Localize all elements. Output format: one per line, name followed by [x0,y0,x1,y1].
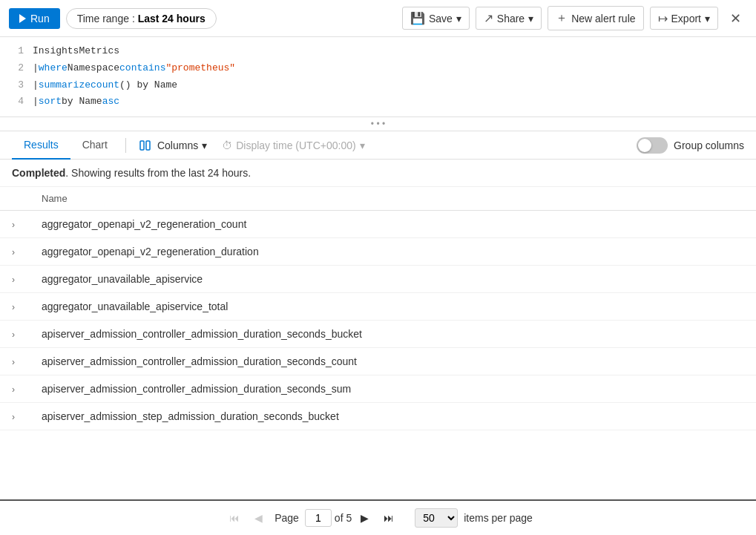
expand-cell: › [0,266,30,293]
table-row[interactable]: › aggregator_unavailable_apiservice_tota… [0,293,756,321]
next-page-button[interactable]: ▶ [355,509,375,527]
columns-icon [139,140,151,151]
expand-cell: › [0,375,30,403]
name-col-header: Name [30,187,756,211]
share-chevron: ▾ [528,13,533,24]
columns-label: Columns [157,140,198,151]
time-range-value: Last 24 hours [138,13,206,24]
table-row[interactable]: › aggregator_openapi_v2_regeneration_dur… [0,238,756,266]
name-cell: aggregator_unavailable_apiservice [30,266,756,293]
display-time-chevron: ▾ [360,140,365,151]
results-table: Name › aggregator_openapi_v2_regeneratio… [0,187,756,430]
pagination: ⏮ ◀ Page of 5 ▶ ⏭ 50 100 200 items per p… [0,499,756,535]
save-chevron: ▾ [456,13,461,24]
code-line-3: 3 | summarize count() by Name [0,77,756,94]
expand-icon[interactable]: › [12,220,15,230]
ellipsis-separator: • • • [0,117,756,131]
code-line-4: 4 | sort by Name asc [0,93,756,111]
expand-cell: › [0,293,30,321]
save-icon: 💾 [410,11,425,25]
columns-chevron-icon: ▾ [202,140,207,151]
time-range-label: Time range [77,13,129,24]
run-label: Run [30,13,50,24]
status-completed: Completed [12,167,65,179]
run-button[interactable]: Run [9,8,60,29]
export-label: Export [671,13,701,24]
name-cell: apiserver_admission_controller_admission… [30,375,756,403]
expand-icon[interactable]: › [12,329,15,340]
expand-cell: › [0,321,30,348]
save-button[interactable]: 💾 Save ▾ [402,7,470,30]
group-columns-toggle-wrap: Group columns [637,137,744,154]
export-button[interactable]: ↦ Export ▾ [650,7,718,30]
expand-icon[interactable]: › [12,275,15,285]
play-icon [19,14,26,23]
name-cell: apiserver_admission_controller_admission… [30,321,756,348]
last-page-button[interactable]: ⏭ [378,509,400,527]
line-num-4: 4 [9,94,24,110]
prev-page-button[interactable]: ◀ [249,509,269,527]
expand-icon[interactable]: › [12,412,15,422]
share-icon: ↗ [484,11,493,25]
toolbar: Run Time range : Last 24 hours 💾 Save ▾ … [0,0,756,37]
export-icon: ↦ [658,11,668,25]
plus-icon: ＋ [556,10,568,26]
close-button[interactable]: ✕ [724,7,747,30]
clock-icon: ⏱ [222,140,232,151]
expand-icon[interactable]: › [12,357,15,367]
code-line-1: 1 InsightsMetrics [0,43,756,60]
table-row[interactable]: › apiserver_admission_controller_admissi… [0,321,756,348]
svg-rect-1 [146,141,150,150]
svg-rect-0 [140,141,144,150]
table-row[interactable]: › apiserver_admission_controller_admissi… [0,348,756,375]
tabs-bar: Results Chart Columns ▾ ⏱ Display time (… [0,131,756,160]
share-button[interactable]: ↗ Share ▾ [476,7,542,30]
new-alert-button[interactable]: ＋ New alert rule [548,6,643,30]
name-cell: apiserver_admission_step_admission_durat… [30,403,756,430]
items-per-page-select[interactable]: 50 100 200 [415,508,458,528]
code-line-2: 2 | where Namespace contains "prometheus… [0,60,756,77]
expand-icon[interactable]: › [12,247,15,257]
status-bar: Completed. Showing results from the last… [0,160,756,187]
items-per-page-label: items per page [464,512,533,524]
code-text-2: | [33,61,39,76]
expand-cell: › [0,403,30,430]
tab-separator [125,138,126,153]
export-chevron: ▾ [705,13,710,24]
tab-results[interactable]: Results [12,131,70,160]
page-input[interactable] [305,509,332,527]
name-cell: aggregator_unavailable_apiservice_total [30,293,756,321]
save-label: Save [429,13,453,24]
new-alert-label: New alert rule [571,13,635,24]
share-label: Share [497,13,525,24]
code-editor[interactable]: 1 InsightsMetrics 2 | where Namespace co… [0,37,756,117]
expand-icon[interactable]: › [12,302,15,312]
line-num-1: 1 [9,44,24,59]
table-header-row: Name [0,187,756,211]
toggle-knob [638,139,651,152]
results-area: Completed. Showing results from the last… [0,160,756,499]
display-time-label: Display time (UTC+00:00) [236,140,355,151]
line-num-3: 3 [9,78,24,93]
table-row[interactable]: › apiserver_admission_step_admission_dur… [0,403,756,430]
expand-icon[interactable]: › [12,384,15,395]
page-of: of 5 [335,512,352,524]
table-row[interactable]: › aggregator_openapi_v2_regeneration_cou… [0,211,756,238]
expand-cell: › [0,238,30,266]
columns-button[interactable]: Columns ▾ [132,135,214,156]
expand-cell: › [0,211,30,238]
page-label: Page [275,512,299,524]
first-page-button[interactable]: ⏮ [223,509,246,527]
group-columns-toggle[interactable] [637,137,668,154]
table-row[interactable]: › aggregator_unavailable_apiservice [0,266,756,293]
display-time-button[interactable]: ⏱ Display time (UTC+00:00) ▾ [214,135,372,156]
status-detail: . Showing results from the last 24 hours… [65,167,251,179]
tab-chart[interactable]: Chart [70,131,119,160]
group-columns-label: Group columns [674,140,744,151]
table-row[interactable]: › apiserver_admission_controller_admissi… [0,375,756,403]
code-text-1: InsightsMetrics [33,44,119,59]
time-range-button[interactable]: Time range : Last 24 hours [66,8,217,29]
expand-cell: › [0,348,30,375]
name-cell: aggregator_openapi_v2_regeneration_durat… [30,238,756,266]
line-num-2: 2 [9,61,24,76]
